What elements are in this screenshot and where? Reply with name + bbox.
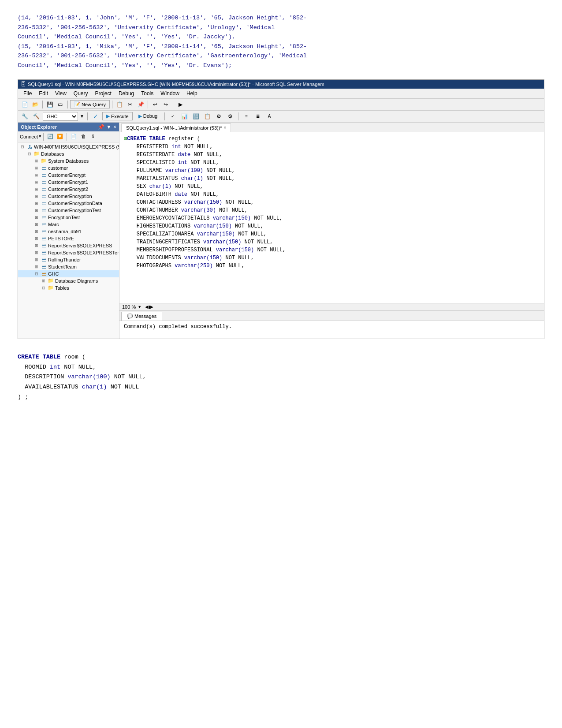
tree-db-customerencrypt[interactable]: ⊞ 🗃 CustomerEncrypt xyxy=(18,172,119,179)
oe-refresh-btn[interactable]: 🔄 xyxy=(46,132,55,141)
tree-db-rollingthunder[interactable]: ⊞ 🗃 RollingThunder xyxy=(18,256,119,263)
tree-db-customerencrypt2[interactable]: ⊞ 🗃 CustomerEncrypt2 xyxy=(18,186,119,193)
bottom-line3: DESCRIPTION varchar(100) NOT NULL, xyxy=(18,372,544,382)
menu-project[interactable]: Project xyxy=(92,90,115,97)
new-query-button[interactable]: 📝 New Query xyxy=(70,100,110,108)
ghc-tables-icon: 📁 xyxy=(47,285,54,291)
sex-null: NOT NULL, xyxy=(171,183,203,190)
menu-bar: File Edit View Query Project Debug Tools… xyxy=(18,89,544,99)
tree-databases[interactable]: ⊟ 📁 Databases xyxy=(18,150,119,157)
toolbar-btn-copy[interactable]: 📋 xyxy=(115,100,124,109)
menu-debug[interactable]: Debug xyxy=(115,90,138,97)
tree-db-customerencryptiondata[interactable]: ⊞ 🗃 CustomerEncryptionData xyxy=(18,200,119,207)
execute-button[interactable]: ▶ Execute xyxy=(102,112,133,120)
query-tab-1[interactable]: SQLQuery1.sql - WIN-...\Administrator (5… xyxy=(121,123,231,132)
server-label: WIN-M0FMH59U6CU\SQLEXPRESS (SQL Server 1… xyxy=(34,144,119,149)
tree-db-marc[interactable]: ⊞ 🗃 Marc xyxy=(18,221,119,228)
menu-tools[interactable]: Tools xyxy=(138,90,157,97)
emergency-type: varchar(150) xyxy=(213,215,251,221)
db-cenc2-label: CustomerEncrypt2 xyxy=(48,187,88,192)
oe-properties-btn[interactable]: ℹ xyxy=(89,132,97,141)
toolbar-btn-paste[interactable]: 📌 xyxy=(136,100,145,109)
db-cencry-icon: 🗃 xyxy=(40,193,47,199)
oe-pin-icon[interactable]: 📌 xyxy=(98,124,104,130)
save-all-btn[interactable]: 🗂 xyxy=(56,100,65,109)
traincert-type: varchar(150) xyxy=(203,239,241,245)
db-cenc2-exp: ⊞ xyxy=(33,187,40,191)
debug-button[interactable]: ▶ Debug xyxy=(134,112,161,120)
toolbar2-indent-btn[interactable]: ≡ xyxy=(242,112,251,121)
menu-edit[interactable]: Edit xyxy=(35,90,52,97)
toolbar2-sep3 xyxy=(238,112,238,120)
top-code-line1: (14, '2016-11-03', 1, 'John', 'M', 'F', … xyxy=(18,13,544,23)
menu-window[interactable]: Window xyxy=(157,90,183,97)
toolbar2-btn3[interactable]: 📊 xyxy=(179,112,189,121)
tree-ghc-tables[interactable]: ⊟ 📁 Tables xyxy=(18,284,119,291)
toolbar2-outdent-btn[interactable]: ≣ xyxy=(253,112,263,121)
menu-view[interactable]: View xyxy=(52,90,70,97)
db-cencrytest-icon: 🗃 xyxy=(40,207,47,213)
toolbar-btn-redo[interactable]: ↪ xyxy=(161,100,171,109)
menu-file[interactable]: File xyxy=(20,90,35,97)
oe-new-btn[interactable]: 📄 xyxy=(69,132,78,141)
object-explorer-panel: Object Explorer 📌 ▼ × Connect ▼ 🔄 🔽 📄 🗑 … xyxy=(18,123,119,339)
toolbar2-parse-btn[interactable]: ✓ xyxy=(168,112,178,121)
tree-db-customerencryption[interactable]: ⊞ 🗃 CustomerEncryption xyxy=(18,193,119,200)
tree-db-petstore[interactable]: ⊞ 🗃 PETSTORE xyxy=(18,235,119,242)
tree-ghc-dbdiagrams[interactable]: ⊞ 📁 Database Diagrams xyxy=(18,277,119,284)
tree-db-studentteam[interactable]: ⊞ 🗃 StudentTeam xyxy=(18,263,119,270)
tree-db-encryptiontest[interactable]: ⊞ 🗃 EncryptionTest xyxy=(18,214,119,221)
open-btn[interactable]: 📂 xyxy=(30,100,40,109)
oe-close-icon[interactable]: × xyxy=(113,124,116,130)
bottom-line5: ) ; xyxy=(18,392,544,403)
databases-label: Databases xyxy=(41,151,64,157)
toolbar-btn-cut[interactable]: ✂ xyxy=(125,100,135,109)
db-customer-label: customer xyxy=(48,165,68,171)
tree-system-dbs[interactable]: ⊞ 📁 System Databases xyxy=(18,157,119,164)
toolbar2-btn1[interactable]: 🔧 xyxy=(20,112,30,121)
zoom-slider[interactable]: ◀▮▶ xyxy=(145,305,153,309)
oe-arrow-icon[interactable]: ▼ xyxy=(106,124,112,130)
regdate-type: date xyxy=(178,152,190,158)
menu-query[interactable]: Query xyxy=(70,90,92,97)
check-mark-icon[interactable]: ✓ xyxy=(91,112,100,121)
title-bar-text: SQLQuery1.sql - WIN-M0FMH59U6CU\SQLEXPRE… xyxy=(28,82,324,87)
tree-db-customer[interactable]: ⊞ 🗃 customer xyxy=(18,164,119,172)
tree-db-reportservertemp[interactable]: ⊞ 🗃 ReportServer$SQLEXPRESSTempDB xyxy=(18,249,119,256)
query-tab-close[interactable]: × xyxy=(224,125,227,130)
toolbar2-btn7[interactable]: ⚙ xyxy=(225,112,235,121)
toolbar2-btn5[interactable]: 📋 xyxy=(202,112,212,121)
new-file-btn[interactable]: 📄 xyxy=(20,100,30,109)
tree-server[interactable]: ⊟ 🖧 WIN-M0FMH59U6CU\SQLEXPRESS (SQL Serv… xyxy=(18,143,119,150)
save-btn[interactable]: 💾 xyxy=(45,100,55,109)
tree-db-customerencryptiontest[interactable]: ⊞ 🗃 CustomerEncryptionTest xyxy=(18,207,119,214)
oe-filter-btn[interactable]: 🔽 xyxy=(56,132,64,141)
title-bar: 🗄 SQLQuery1.sql - WIN-M0FMH59U6CU\SQLEXP… xyxy=(18,80,544,89)
toolbar2-btn6[interactable]: ⚙ xyxy=(214,112,223,121)
oe-connect-label[interactable]: Connect xyxy=(20,134,38,139)
toolbar2-btn2[interactable]: 🔨 xyxy=(31,112,41,121)
toolbar2-btn4[interactable]: 🔢 xyxy=(191,112,201,121)
zoom-arrow[interactable]: ▼ xyxy=(138,305,141,309)
toolbar2-comment-btn[interactable]: A xyxy=(264,112,274,121)
toolbar-btn-undo[interactable]: ↩ xyxy=(150,100,160,109)
messages-icon: 💬 xyxy=(127,314,133,319)
toolbar2-sep2 xyxy=(164,112,165,120)
oe-connect-arrow[interactable]: ▼ xyxy=(39,134,41,139)
tree-db-neshamadb91[interactable]: ⊞ 🗃 neshama_db91 xyxy=(18,228,119,235)
highestedu-type: varchar(150) xyxy=(194,223,231,229)
database-selector[interactable]: GHC xyxy=(43,112,78,121)
register-ident: register ( xyxy=(168,136,200,142)
db-neshama-exp: ⊞ xyxy=(33,229,40,234)
tree-db-ghc[interactable]: ⊟ 🗃 GHC xyxy=(18,270,119,277)
debug-arrow-icon: ▶ xyxy=(138,113,142,119)
tree-db-customerencrypt1[interactable]: ⊞ 🗃 CustomerEncrypt1 xyxy=(18,179,119,186)
tree-db-reportserver[interactable]: ⊞ 🗃 ReportServer$SQLEXPRESS xyxy=(18,242,119,249)
new-query-icon: 📝 xyxy=(74,101,80,107)
toolbar2: 🔧 🔨 GHC ▼ ✓ ▶ Execute ▶ Debug ✓ 📊 🔢 📋 ⚙ … xyxy=(18,111,544,123)
toolbar-btn-run[interactable]: ▶ xyxy=(175,100,185,109)
query-editor[interactable]: ⊟CREATE TABLE register ( REGISTERID int … xyxy=(119,132,544,303)
messages-tab[interactable]: 💬 Messages xyxy=(121,312,162,321)
oe-delete-btn[interactable]: 🗑 xyxy=(79,132,88,141)
menu-help[interactable]: Help xyxy=(183,90,201,97)
